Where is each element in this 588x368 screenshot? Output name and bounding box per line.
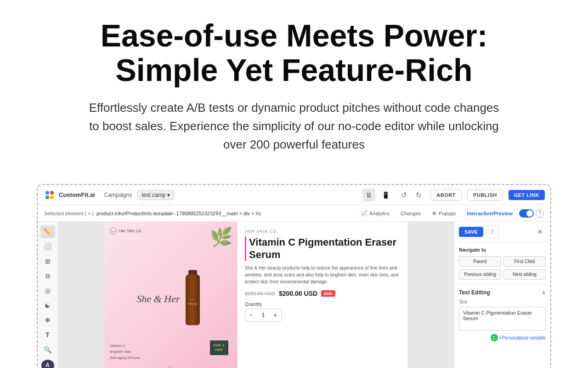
svg-rect-0 bbox=[43, 189, 56, 201]
text-field-label: Text bbox=[459, 299, 546, 305]
quantity-decrease-btn[interactable]: − bbox=[245, 309, 257, 321]
sale-badge: Sale bbox=[321, 290, 335, 297]
hero-subtitle: Effortlessly create A/B tests or dynamic… bbox=[87, 98, 501, 154]
help-icon[interactable]: ? bbox=[536, 209, 544, 218]
text-textarea[interactable]: Vitamin C Pigmentation Eraser Serum bbox=[459, 307, 546, 331]
feature-labels: Vitamin C Brighten skin Anti-aging formu… bbox=[110, 344, 140, 360]
breadcrumb-bar: Selected element ( > ) product-info#Prod… bbox=[38, 205, 550, 222]
rect-tool-btn[interactable]: ⬜ bbox=[40, 240, 55, 253]
product-title: Vitamin C Pigmentation Eraser Serum bbox=[245, 236, 400, 261]
prev-sibling-nav-btn[interactable]: Previous sibling bbox=[459, 269, 501, 280]
leaf-decoration: 🌿 bbox=[210, 226, 233, 248]
abort-button[interactable]: ABORT bbox=[430, 190, 462, 201]
quantity-control: − 1 + bbox=[245, 309, 282, 322]
text-editing-section: Text Editing ∧ Text Vitamin C Pigmentati… bbox=[454, 285, 550, 346]
canvas-area: hsc Her Skin Co. She & Her bbox=[58, 222, 454, 368]
user-avatar-btn[interactable]: A bbox=[41, 360, 54, 368]
hero-title: Ease-of-use Meets Power: Simple Yet Feat… bbox=[37, 18, 551, 87]
customfit-logo-icon bbox=[43, 189, 56, 201]
save-button[interactable]: SAVE bbox=[459, 227, 483, 237]
panel-close-btn[interactable]: ✕ bbox=[535, 226, 546, 237]
quantity-value: 1 bbox=[257, 312, 269, 318]
top-bar: CustomFit.ai Campaigns test camp ▾ 🖥 📱 ↺… bbox=[38, 185, 550, 205]
campaigns-label: Campaigns bbox=[104, 192, 132, 198]
brand-name-small: HER SKIN CO. bbox=[245, 229, 400, 234]
product-info: HER SKIN CO. Vitamin C Pigmentation Eras… bbox=[237, 222, 407, 368]
left-toolbar: ✏️ ⬜ ⊞ ⧉ ◎ ☯ ✥ T 🔍 A bbox=[38, 222, 58, 368]
green-circle-icon: C bbox=[491, 334, 498, 341]
toggle-tool-btn[interactable]: ☯ bbox=[40, 299, 55, 312]
personalized-var-area: C +Personalized variable bbox=[459, 334, 546, 341]
selected-element-label: Selected element ( > ) bbox=[44, 211, 94, 216]
search-icon-bottom: 🔍 bbox=[168, 366, 175, 368]
device-icons: 🖥 📱 bbox=[362, 189, 392, 201]
undo-redo-group: ↺ ↻ bbox=[397, 189, 425, 201]
collapse-icon[interactable]: ∧ bbox=[542, 289, 546, 296]
move-tool-btn[interactable]: ✥ bbox=[40, 314, 55, 327]
personalized-variable-link[interactable]: C +Personalized variable bbox=[459, 334, 546, 341]
nav-buttons-grid: Parent First Child Previous sibling Next… bbox=[459, 256, 546, 280]
get-link-button[interactable]: GET LINK bbox=[509, 190, 545, 200]
serum-bottle-svg: Glow Up 50 ml bbox=[180, 265, 205, 334]
price-row: $250.00 USD $200.00 USD Sale bbox=[245, 290, 400, 297]
redo-btn[interactable]: ↻ bbox=[412, 189, 425, 201]
text-editing-header: Text Editing ∧ bbox=[459, 289, 546, 296]
chevron-down-icon: ▾ bbox=[167, 192, 170, 198]
text-editing-label: Text Editing bbox=[459, 289, 490, 296]
right-panel: SAVE ⤴ ✕ Navigate to Parent First Child bbox=[454, 222, 550, 368]
text-tool-btn[interactable]: T bbox=[40, 328, 55, 341]
first-child-nav-btn[interactable]: First Child bbox=[503, 256, 546, 267]
quantity-increase-btn[interactable]: + bbox=[269, 309, 281, 321]
svg-point-2 bbox=[50, 191, 54, 195]
parent-nav-btn[interactable]: Parent bbox=[459, 256, 501, 267]
script-brand-text: She & Her bbox=[136, 293, 180, 305]
desktop-device-btn[interactable]: 🖥 bbox=[362, 189, 375, 201]
product-card: hsc Her Skin Co. She & Her bbox=[104, 222, 407, 368]
product-images: hsc Her Skin Co. She & Her bbox=[104, 222, 237, 368]
svg-text:50 ml: 50 ml bbox=[190, 298, 195, 300]
tab-changes[interactable]: Changes bbox=[396, 209, 425, 218]
quantity-label: Quantity bbox=[245, 302, 400, 307]
tab-popups[interactable]: 👁 Popups bbox=[427, 209, 460, 218]
svg-point-4 bbox=[50, 196, 54, 199]
next-sibling-nav-btn[interactable]: Next sibling bbox=[503, 269, 546, 280]
analytics-icon: 📈 bbox=[361, 210, 368, 216]
popups-icon: 👁 bbox=[432, 211, 437, 216]
copy-tool-btn[interactable]: ⧉ bbox=[40, 270, 55, 282]
share-icon: ⤴ bbox=[491, 229, 494, 235]
hero-section: Ease-of-use Meets Power: Simple Yet Feat… bbox=[0, 0, 588, 184]
circle-tool-btn[interactable]: ◎ bbox=[40, 284, 55, 297]
layers-tool-btn[interactable]: ⊞ bbox=[40, 255, 55, 268]
interactive-preview-toggle[interactable] bbox=[519, 209, 534, 218]
price-current: $200.00 USD bbox=[279, 290, 317, 297]
svg-point-3 bbox=[45, 196, 49, 199]
product-description: She & Her beauty products help to reduce… bbox=[245, 264, 400, 285]
pencil-tool-btn[interactable]: ✏️ bbox=[40, 225, 55, 238]
undo-btn[interactable]: ↺ bbox=[397, 189, 410, 201]
navigate-to-section: Navigate to Parent First Child Previous … bbox=[454, 242, 550, 285]
editor-ui: CustomFit.ai Campaigns test camp ▾ 🖥 📱 ↺… bbox=[38, 185, 550, 368]
close-icon: ✕ bbox=[537, 228, 543, 236]
main-content: ✏️ ⬜ ⊞ ⧉ ◎ ☯ ✥ T 🔍 A bbox=[38, 222, 550, 368]
price-original: $250.00 USD bbox=[245, 291, 275, 296]
tab-analytics[interactable]: 📈 Analytics bbox=[356, 208, 394, 218]
tab-interactive-preview[interactable]: Interactive/Preview bbox=[462, 209, 517, 218]
publish-button[interactable]: PUBLISH bbox=[467, 190, 503, 201]
editor-screenshot: CustomFit.ai Campaigns test camp ▾ 🖥 📱 ↺… bbox=[37, 184, 551, 368]
panel-header: SAVE ⤴ ✕ bbox=[454, 222, 550, 242]
logo-area: CustomFit.ai bbox=[43, 189, 95, 201]
svg-text:Glow Up: Glow Up bbox=[187, 302, 197, 305]
breadcrumb-path: product-info#ProductInfo-template--17908… bbox=[96, 211, 261, 216]
search-tool-btn[interactable]: 🔍 bbox=[40, 343, 55, 356]
navigate-to-label: Navigate to bbox=[459, 247, 546, 253]
svg-point-1 bbox=[45, 191, 49, 195]
share-icon-btn[interactable]: ⤴ bbox=[486, 225, 499, 238]
nav-tabs: 📈 Analytics Changes 👁 Popups Interactive… bbox=[356, 208, 544, 218]
mobile-device-btn[interactable]: 📱 bbox=[379, 189, 392, 201]
she-her-badge: SHE &HER bbox=[210, 340, 228, 356]
logo-text: CustomFit.ai bbox=[59, 191, 95, 198]
campaign-dropdown[interactable]: test camp ▾ bbox=[137, 190, 174, 200]
